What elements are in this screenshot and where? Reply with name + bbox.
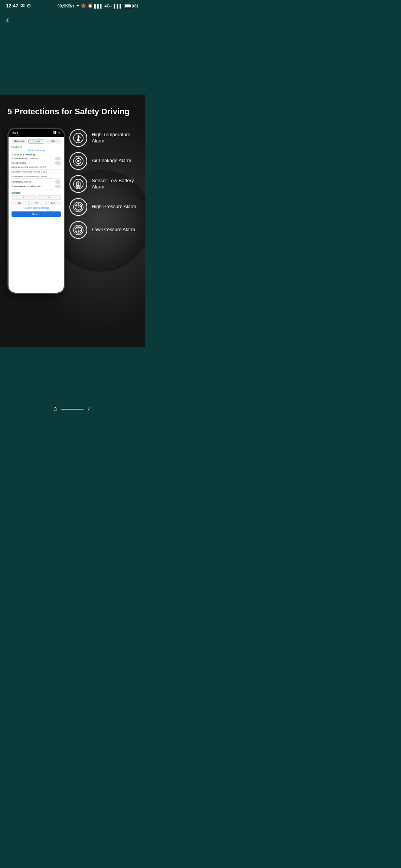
sound-toggle[interactable]: [55, 161, 61, 165]
camera-icon: ⊙: [27, 3, 31, 9]
high-temp-label: High-Temperature Alarm: [92, 132, 137, 144]
features-list: High-Temperature Alarm: [69, 128, 137, 294]
active-tire-label: Active tire warning: [12, 153, 61, 156]
svg-point-2: [77, 139, 80, 141]
pressure-unit-row: Bar Psi Kpa: [12, 201, 61, 205]
temp-slider-label: Maximum warning temperature:32.0°F: [12, 166, 61, 168]
low-battery-icon-circle: [69, 175, 87, 193]
max-pressure-slider-row: Maximum tire pressure warning:-1.0Bar: [12, 171, 61, 174]
phone-icons: ▌▌ ⊙: [53, 131, 60, 134]
air-leakage-label: Air Leakage Alarm: [92, 158, 131, 164]
total-pages: 4: [88, 406, 91, 412]
svg-rect-1: [78, 135, 79, 139]
status-right: 90,9KB/s ✦ 🔕 ⏰ ▌▌▌ 4G+ ▌▌▌ 81: [57, 3, 139, 8]
low-pressure-icon: [73, 225, 84, 235]
popup-toggle[interactable]: [55, 157, 61, 160]
network-speed: 90,9KB/s: [57, 4, 74, 8]
psi-btn[interactable]: Psi: [28, 201, 44, 205]
temp-slider-track[interactable]: [12, 169, 61, 170]
tab-car[interactable]: Car: [45, 139, 61, 144]
min-pressure-track[interactable]: [12, 178, 61, 179]
phone-time: 5:32: [12, 131, 18, 134]
mute-icon: 🔕: [81, 3, 86, 8]
high-pressure-label: High-Pressure Alarm: [92, 204, 136, 210]
email-icon: ✉: [20, 3, 25, 9]
air-leakage-icon-circle: [69, 152, 87, 170]
tab-motorcycle[interactable]: Motorcycle: [12, 139, 27, 144]
phone-mockup: 5:32 ▌▌ ⊙ Motorcycle Tricycle Car Featur…: [7, 128, 65, 294]
low-battery-alarm-label: Sensor Low Battery Alarm: [92, 178, 137, 190]
tire-interchange-link[interactable]: Tire interchange: [12, 149, 61, 152]
current-page: 3: [54, 406, 57, 412]
connection-label: Connection abnormal warning: [12, 185, 55, 187]
divider: [12, 190, 61, 190]
popup-warning-row: Popup a warning message: [12, 157, 61, 160]
signal-icon: ▌▌▌: [94, 4, 103, 8]
network-type: 4G+: [104, 4, 112, 8]
air-leakage-icon: [73, 156, 84, 166]
phone-screen: Motorcycle Tricycle Car Features Tire in…: [9, 137, 64, 293]
high-pressure-icon-circle: [69, 198, 87, 216]
connection-toggle[interactable]: [55, 185, 61, 188]
low-pressure-label: Low-Pressure Alarm: [92, 227, 135, 233]
max-pressure-track[interactable]: [12, 174, 61, 174]
feature-low-pressure: Low-Pressure Alarm: [69, 221, 137, 239]
back-button[interactable]: ‹: [0, 10, 145, 28]
tab-tricycle[interactable]: Tricycle: [28, 139, 45, 144]
high-temp-icon: [73, 133, 84, 143]
svg-point-25: [78, 206, 79, 207]
feature-low-battery: Sensor Low Battery Alarm: [69, 175, 137, 193]
temp-unit-row: °C °F: [12, 195, 61, 200]
svg-rect-19: [77, 185, 80, 187]
battery-icon: [124, 4, 133, 8]
svg-point-31: [78, 229, 79, 230]
signal2-icon: ▌▌▌: [114, 4, 122, 8]
sound-label: Sound warning: [12, 162, 55, 164]
celsius-btn[interactable]: °C: [12, 195, 36, 200]
content-body: 5:32 ▌▌ ⊙ Motorcycle Tricycle Car Featur…: [7, 128, 137, 294]
low-battery-row: Low battery warning: [12, 180, 61, 184]
max-pressure-label: Maximum tire pressure warning:-1.0Bar: [12, 171, 61, 173]
svg-point-7: [77, 160, 79, 162]
low-battery-icon: [73, 179, 84, 189]
feature-high-pressure: High-Pressure Alarm: [69, 198, 137, 216]
popup-label: Popup a warning message: [12, 157, 55, 160]
connection-row: Connection abnormal warning: [12, 185, 61, 188]
bottom-area: 3 4: [0, 347, 145, 421]
phone-notch: 5:32 ▌▌ ⊙: [9, 129, 64, 137]
page-indicator: 3 4: [54, 406, 91, 412]
bar-btn[interactable]: Bar: [12, 201, 27, 205]
feature-air-leakage: Air Leakage Alarm: [69, 152, 137, 170]
svg-line-15: [76, 162, 77, 163]
content-title: 5 Protections for Safety Driving: [7, 106, 137, 117]
bluetooth-icon: ✦: [76, 3, 79, 8]
time: 12:47: [6, 3, 18, 9]
return-button[interactable]: Return: [12, 211, 61, 217]
low-battery-toggle[interactable]: [55, 180, 61, 184]
page-line: [61, 409, 84, 410]
phone-tabs: Motorcycle Tricycle Car: [12, 139, 61, 144]
low-battery-label: Low battery warning: [12, 181, 55, 183]
status-left: 12:47 ✉ ⊙: [6, 3, 31, 9]
min-pressure-slider-row: Minimum tire pressure warning:-1.0Bar: [12, 175, 61, 179]
min-pressure-label: Minimum tire pressure warning:-1.0Bar: [12, 175, 61, 178]
temp-slider-row: Maximum warning temperature:32.0°F: [12, 166, 61, 170]
content-card: 5 Protections for Safety Driving 5:32 ▌▌…: [0, 95, 145, 347]
sound-warning-row: Sound warning: [12, 161, 61, 165]
top-area: [0, 28, 145, 95]
svg-rect-18: [78, 181, 79, 183]
feature-high-temp: High-Temperature Alarm: [69, 129, 137, 147]
battery-level: 81: [134, 4, 139, 8]
high-temp-icon-circle: [69, 129, 87, 147]
restore-link[interactable]: Restore factory settings: [12, 207, 61, 209]
high-pressure-icon: [73, 202, 84, 212]
features-label: Features: [12, 146, 61, 148]
kpa-btn[interactable]: Kpa: [45, 201, 61, 205]
low-pressure-icon-circle: [69, 221, 87, 239]
system-label: system: [12, 191, 61, 194]
status-bar: 12:47 ✉ ⊙ 90,9KB/s ✦ 🔕 ⏰ ▌▌▌ 4G+ ▌▌▌ 81: [0, 0, 145, 10]
alarm-icon: ⏰: [88, 3, 93, 8]
fahrenheit-btn[interactable]: °F: [37, 195, 61, 200]
